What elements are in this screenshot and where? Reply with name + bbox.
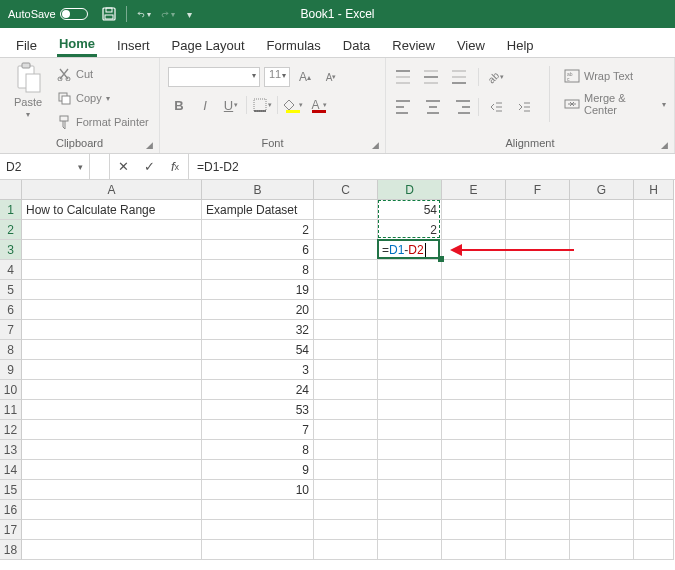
cell[interactable] <box>506 540 570 560</box>
cell[interactable] <box>442 440 506 460</box>
clipboard-dialog-launcher-icon[interactable]: ◢ <box>146 140 156 150</box>
formula-input[interactable] <box>189 154 675 179</box>
cell[interactable] <box>634 480 674 500</box>
cell[interactable]: 54 <box>378 200 442 220</box>
column-header-C[interactable]: C <box>314 180 378 200</box>
cell[interactable] <box>22 320 202 340</box>
cell[interactable] <box>378 420 442 440</box>
cell[interactable] <box>314 340 378 360</box>
save-icon[interactable] <box>102 7 116 21</box>
cell[interactable] <box>202 500 314 520</box>
cell[interactable] <box>570 200 634 220</box>
fill-color-button[interactable]: ▾ <box>282 94 304 116</box>
cell[interactable] <box>570 480 634 500</box>
cell[interactable] <box>634 540 674 560</box>
cell[interactable] <box>634 520 674 540</box>
row-header[interactable]: 18 <box>0 540 22 560</box>
row-header[interactable]: 14 <box>0 460 22 480</box>
cell[interactable] <box>634 220 674 240</box>
cell[interactable]: 8 <box>202 440 314 460</box>
cell[interactable]: 2 <box>378 220 442 240</box>
fill-handle[interactable] <box>438 256 444 262</box>
row-header[interactable]: 6 <box>0 300 22 320</box>
cell[interactable] <box>314 280 378 300</box>
row-header[interactable]: 11 <box>0 400 22 420</box>
paste-button[interactable]: Paste ▾ <box>8 62 48 137</box>
cell[interactable] <box>570 280 634 300</box>
column-header-A[interactable]: A <box>22 180 202 200</box>
row-header[interactable]: 5 <box>0 280 22 300</box>
cell[interactable]: 2 <box>202 220 314 240</box>
cell[interactable] <box>506 280 570 300</box>
cell[interactable] <box>442 380 506 400</box>
cell[interactable] <box>506 380 570 400</box>
cell[interactable] <box>314 420 378 440</box>
cell[interactable] <box>378 300 442 320</box>
cell[interactable] <box>506 420 570 440</box>
cell[interactable]: 54 <box>202 340 314 360</box>
insert-function-button[interactable]: fx <box>162 154 188 179</box>
cell[interactable] <box>442 540 506 560</box>
borders-button[interactable]: ▾ <box>251 94 273 116</box>
cell[interactable] <box>506 200 570 220</box>
enter-formula-button[interactable]: ✓ <box>136 154 162 179</box>
cell[interactable] <box>506 360 570 380</box>
tab-file[interactable]: File <box>14 32 39 57</box>
cell[interactable] <box>314 320 378 340</box>
cell[interactable] <box>442 400 506 420</box>
undo-icon[interactable]: ▾ <box>137 7 151 21</box>
cell[interactable] <box>22 340 202 360</box>
cell[interactable] <box>442 480 506 500</box>
decrease-font-icon[interactable]: A▾ <box>320 66 342 88</box>
cell[interactable] <box>634 400 674 420</box>
cell[interactable] <box>314 400 378 420</box>
cell[interactable] <box>22 520 202 540</box>
cell[interactable] <box>634 320 674 340</box>
cell[interactable] <box>442 200 506 220</box>
row-header[interactable]: 7 <box>0 320 22 340</box>
cell[interactable] <box>314 480 378 500</box>
cell[interactable] <box>314 200 378 220</box>
cell[interactable] <box>634 380 674 400</box>
column-header-F[interactable]: F <box>506 180 570 200</box>
autosave-toggle[interactable]: AutoSave <box>8 8 88 20</box>
row-header[interactable]: 17 <box>0 520 22 540</box>
cell[interactable] <box>378 360 442 380</box>
tab-view[interactable]: View <box>455 32 487 57</box>
cell[interactable] <box>634 260 674 280</box>
cell[interactable] <box>442 300 506 320</box>
copy-button[interactable]: Copy ▾ <box>56 88 149 108</box>
cell[interactable] <box>570 420 634 440</box>
cell[interactable] <box>442 280 506 300</box>
cell[interactable] <box>442 220 506 240</box>
increase-indent-button[interactable] <box>513 96 535 118</box>
name-box[interactable]: D2 <box>0 154 90 179</box>
cell[interactable] <box>314 380 378 400</box>
cell[interactable] <box>634 240 674 260</box>
cell[interactable] <box>570 440 634 460</box>
cell[interactable] <box>570 320 634 340</box>
cell[interactable]: 7 <box>202 420 314 440</box>
cut-button[interactable]: Cut <box>56 64 149 84</box>
cell[interactable] <box>378 460 442 480</box>
cell[interactable] <box>506 340 570 360</box>
row-header[interactable]: 12 <box>0 420 22 440</box>
cell[interactable]: 3 <box>202 360 314 380</box>
cell[interactable]: How to Calculate Range <box>22 200 202 220</box>
cell[interactable]: =D1-D2 <box>378 240 442 260</box>
underline-button[interactable]: U▾ <box>220 94 242 116</box>
cell[interactable] <box>378 380 442 400</box>
cell[interactable] <box>22 480 202 500</box>
cell[interactable] <box>570 240 634 260</box>
cell[interactable] <box>22 460 202 480</box>
cell[interactable] <box>314 520 378 540</box>
cell[interactable] <box>22 440 202 460</box>
cell[interactable] <box>22 420 202 440</box>
cell[interactable] <box>22 400 202 420</box>
cell[interactable] <box>22 260 202 280</box>
cell[interactable]: 9 <box>202 460 314 480</box>
cell[interactable] <box>378 540 442 560</box>
cell[interactable]: 53 <box>202 400 314 420</box>
cell[interactable] <box>506 480 570 500</box>
increase-font-icon[interactable]: A▴ <box>294 66 316 88</box>
